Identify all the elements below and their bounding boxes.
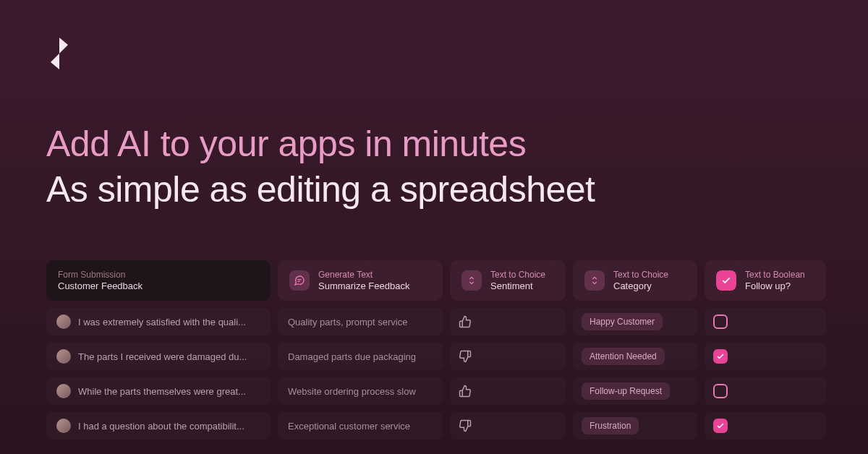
thumbs-down-icon bbox=[459, 419, 472, 432]
header-title: Follow up? bbox=[745, 280, 805, 291]
column-followup: Text to Boolean Follow up? bbox=[705, 260, 826, 440]
column-category: Text to Choice Category Happy Customer A… bbox=[573, 260, 697, 440]
message-icon bbox=[289, 270, 310, 291]
summary-text: Quality parts, prompt service bbox=[288, 317, 407, 327]
table-row[interactable]: The parts I received were damaged du... bbox=[46, 343, 271, 370]
followup-checkbox[interactable] bbox=[713, 419, 728, 433]
table-row[interactable] bbox=[705, 412, 826, 440]
sort-icon bbox=[584, 270, 605, 291]
table-row[interactable]: I was extremely satisfied with the quali… bbox=[46, 308, 271, 335]
summary-text: Exceptional customer service bbox=[288, 421, 410, 432]
headline-line1: Add AI to your apps in minutes bbox=[46, 124, 526, 164]
header-label: Text to Boolean bbox=[745, 270, 805, 280]
category-pill: Frustration bbox=[582, 417, 639, 434]
table-row[interactable]: I had a question about the compatibilit.… bbox=[46, 412, 271, 440]
sort-icon bbox=[461, 270, 482, 291]
thumbs-down-icon bbox=[459, 350, 472, 363]
column-header-summary[interactable]: Generate Text Summarize Feedback bbox=[278, 260, 443, 301]
followup-checkbox[interactable] bbox=[713, 349, 728, 364]
avatar bbox=[56, 384, 71, 398]
table-row[interactable] bbox=[450, 377, 566, 405]
table-row[interactable]: Attention Needed bbox=[573, 343, 697, 370]
table-row[interactable]: Exceptional customer service bbox=[278, 412, 443, 440]
table-row[interactable] bbox=[705, 343, 826, 370]
feedback-text: I had a question about the compatibilit.… bbox=[78, 421, 244, 432]
category-pill: Follow-up Request bbox=[582, 382, 670, 400]
table-row[interactable] bbox=[450, 412, 566, 440]
avatar bbox=[56, 419, 71, 433]
avatar bbox=[56, 349, 71, 364]
column-header-feedback[interactable]: Form Submission Customer Feedback bbox=[46, 260, 271, 301]
table-row[interactable] bbox=[705, 377, 826, 405]
column-header-followup[interactable]: Text to Boolean Follow up? bbox=[705, 260, 826, 301]
header-label: Generate Text bbox=[318, 270, 409, 280]
column-header-sentiment[interactable]: Text to Choice Sentiment bbox=[450, 260, 566, 301]
data-table: Form Submission Customer Feedback I was … bbox=[46, 260, 826, 440]
table-row[interactable]: Happy Customer bbox=[573, 308, 697, 335]
table-row[interactable] bbox=[705, 308, 826, 335]
header-title: Category bbox=[613, 280, 668, 291]
table-row[interactable]: Damaged parts due packaging bbox=[278, 343, 443, 370]
summary-text: Website ordering process slow bbox=[288, 386, 416, 397]
followup-checkbox[interactable] bbox=[713, 314, 728, 329]
table-row[interactable]: While the parts themselves were great... bbox=[46, 377, 271, 405]
table-row[interactable] bbox=[450, 308, 566, 335]
header-label: Text to Choice bbox=[613, 270, 668, 280]
thumbs-up-icon bbox=[459, 385, 472, 398]
avatar bbox=[56, 314, 71, 329]
table-row[interactable]: Quality parts, prompt service bbox=[278, 308, 443, 335]
category-pill: Attention Needed bbox=[582, 348, 665, 365]
table-row[interactable]: Frustration bbox=[573, 412, 697, 440]
thumbs-up-icon bbox=[459, 315, 472, 328]
headline-line2: As simple as editing a spreadsheet bbox=[46, 169, 595, 210]
checkbox-icon bbox=[716, 270, 736, 291]
feedback-text: While the parts themselves were great... bbox=[78, 386, 246, 397]
column-header-category[interactable]: Text to Choice Category bbox=[573, 260, 697, 301]
column-summary: Generate Text Summarize Feedback Quality… bbox=[278, 260, 443, 440]
header-title: Summarize Feedback bbox=[318, 280, 409, 291]
table-row[interactable] bbox=[450, 343, 566, 370]
feedback-text: The parts I received were damaged du... bbox=[78, 351, 247, 362]
brand-logo bbox=[46, 38, 72, 72]
header-title: Sentiment bbox=[490, 280, 545, 291]
table-row[interactable]: Website ordering process slow bbox=[278, 377, 443, 405]
table-row[interactable]: Follow-up Request bbox=[573, 377, 697, 405]
summary-text: Damaged parts due packaging bbox=[288, 351, 416, 362]
headline: Add AI to your apps in minutes As simple… bbox=[46, 121, 595, 212]
category-pill: Happy Customer bbox=[582, 313, 663, 330]
column-sentiment: Text to Choice Sentiment bbox=[450, 260, 566, 440]
header-label: Form Submission bbox=[58, 270, 142, 280]
column-feedback: Form Submission Customer Feedback I was … bbox=[46, 260, 271, 440]
followup-checkbox[interactable] bbox=[713, 384, 728, 398]
header-title: Customer Feedback bbox=[58, 280, 142, 291]
header-label: Text to Choice bbox=[490, 270, 545, 280]
feedback-text: I was extremely satisfied with the quali… bbox=[78, 317, 246, 327]
